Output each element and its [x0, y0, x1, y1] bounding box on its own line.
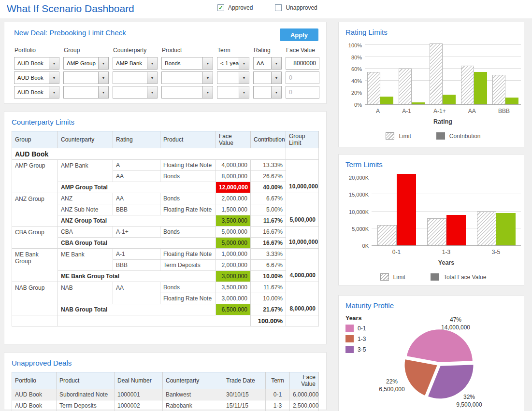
- bar-group: [492, 75, 518, 104]
- legend-label: 0-1: [358, 325, 366, 332]
- solid-swatch-icon: [436, 132, 445, 140]
- bar-group: [399, 69, 425, 104]
- legend-item: Contribution: [436, 132, 481, 140]
- bar-group: [430, 43, 456, 104]
- portfolio-column-label: Portfolio: [14, 46, 59, 55]
- table-row: ANZ Sub Note BBB Floating Rate Note 1,50…: [12, 204, 319, 215]
- portfolio-select[interactable]: AUD Book▼: [14, 86, 59, 99]
- chevron-down-icon: ▼: [147, 72, 157, 84]
- x-axis-title: Rating: [365, 118, 521, 125]
- group-limit: 4,000,000: [286, 249, 319, 282]
- term-select[interactable]: ▼: [217, 86, 249, 99]
- y-axis-tick: 15,000K: [349, 192, 369, 198]
- group-select[interactable]: AMP Group▼: [63, 57, 109, 70]
- legend-item: 1-3: [345, 335, 366, 342]
- x-axis-tick: A-1+: [433, 108, 446, 114]
- pie-swatch-icon: [345, 325, 354, 332]
- group-total-row: ANZ Group Total 3,500,000 11.67%: [12, 215, 319, 227]
- counterparty-select[interactable]: ▼: [113, 71, 158, 84]
- portfolio-row: AUD Book: [12, 148, 319, 160]
- group-limit: 5,000,000: [286, 193, 319, 227]
- chevron-down-icon: ▼: [202, 72, 213, 84]
- legend-item: Limit: [386, 132, 411, 140]
- rating-column-label: Rating: [253, 46, 282, 55]
- chevron-down-icon: ▼: [49, 57, 59, 69]
- apply-button[interactable]: Apply: [280, 28, 318, 41]
- face-value-ok-cell: 3,000,000: [216, 271, 251, 282]
- limit-bar: [430, 43, 443, 104]
- table-header-row: Group Counterparty Rating Product Face V…: [12, 131, 319, 148]
- pie-label-3-5: 32% 9,500,000: [435, 393, 503, 409]
- limit-bar: [492, 75, 505, 104]
- face-value-input[interactable]: [286, 86, 319, 99]
- unapproved-filter[interactable]: Unapproved: [275, 4, 317, 11]
- portfolio-select[interactable]: AUD Book▼: [14, 57, 59, 70]
- contribution-bar: [474, 72, 487, 104]
- legend-label: Contribution: [449, 133, 481, 140]
- maturity-profile-panel: Maturity Profile Years 0-11-33-5 47% 14,…: [338, 295, 524, 411]
- product-select[interactable]: ▼: [161, 86, 213, 99]
- group-name: NAB Group: [12, 282, 58, 315]
- group-total-row: NAB Group Total 6,500,000 21.67%: [12, 304, 319, 315]
- unapproved-checkbox[interactable]: [275, 4, 282, 11]
- chevron-down-icon: ▼: [49, 86, 59, 98]
- y-axis-tick: 0K: [362, 243, 369, 249]
- x-axis-tick: BBB: [498, 108, 510, 114]
- term-column-label: Term: [217, 46, 249, 55]
- top-header: What If Scenario Dashboard ✓ Approved Un…: [0, 0, 532, 18]
- y-axis-tick: 10,000K: [349, 209, 369, 215]
- limit-bar: [377, 225, 397, 245]
- y-axis-tick: 20,000K: [349, 175, 369, 181]
- new-deal-panel: New Deal: Prebooking Limit Check Apply P…: [4, 22, 327, 104]
- approval-filters: ✓ Approved Unapproved: [217, 4, 317, 11]
- chevron-down-icon: ▼: [147, 86, 157, 98]
- rating-select[interactable]: ▼: [253, 71, 282, 84]
- y-axis-tick: 100%: [348, 43, 362, 48]
- approved-filter[interactable]: ✓ Approved: [217, 4, 253, 11]
- group-total-row: CBA Group Total 5,000,000 16.67%: [12, 238, 319, 249]
- legend-label: Limit: [393, 274, 405, 281]
- group-select[interactable]: ▼: [63, 71, 109, 84]
- chart-legend: LimitContribution: [345, 132, 521, 140]
- rating-select[interactable]: ▼: [253, 86, 282, 99]
- term-select[interactable]: ▼: [217, 71, 249, 84]
- chevron-down-icon: ▼: [49, 72, 59, 84]
- grand-total-contribution: 100.00%: [251, 315, 286, 326]
- group-select[interactable]: ▼: [63, 86, 109, 99]
- limit-bar: [367, 72, 380, 104]
- y-axis-tick: 0%: [354, 102, 362, 108]
- face-value-input[interactable]: [286, 57, 319, 70]
- face-value-input[interactable]: [286, 71, 319, 84]
- product-select[interactable]: Bonds▼: [161, 57, 213, 70]
- bar-group: [377, 174, 416, 245]
- unapproved-label: Unapproved: [286, 4, 317, 11]
- chart-plot-area: [365, 42, 521, 105]
- rating-select[interactable]: AA▼: [253, 57, 282, 70]
- contribution-bar: [505, 98, 518, 104]
- total-face-value-bar: [496, 213, 516, 245]
- unapproved-deals-title: Unapproved Deals: [12, 359, 318, 367]
- pie-legend: Years 0-11-33-5: [345, 315, 366, 356]
- group-total-row: AMP Group Total 12,000,000 40.00%: [12, 182, 319, 193]
- chart-legend: LimitTotal Face Value: [345, 273, 521, 281]
- legend-label: Limit: [399, 133, 411, 140]
- legend-item: Limit: [380, 273, 405, 281]
- pie-label-1-3: 22% 6,500,000: [360, 378, 423, 393]
- x-axis-tick: AA: [468, 108, 476, 114]
- portfolio-select[interactable]: AUD Book▼: [14, 71, 59, 84]
- legend-label: 1-3: [358, 336, 366, 342]
- table-row: CBA Group CBA A-1+ Bonds 5,000,000 16.67…: [12, 227, 319, 238]
- counterparty-select[interactable]: ▼: [113, 86, 158, 99]
- limit-bar: [399, 69, 412, 104]
- counterparty-select[interactable]: AMP Bank▼: [113, 57, 158, 70]
- bar-group: [367, 72, 393, 104]
- product-select[interactable]: ▼: [161, 71, 213, 84]
- approved-checkbox[interactable]: ✓: [217, 4, 224, 11]
- chevron-down-icon: ▼: [239, 57, 249, 69]
- chevron-down-icon: ▼: [239, 86, 249, 98]
- term-limits-title: Term Limits: [345, 160, 521, 169]
- solid-swatch-icon: [431, 273, 439, 281]
- chevron-down-icon: ▼: [98, 57, 108, 69]
- term-select[interactable]: < 1 year▼: [217, 57, 249, 70]
- x-axis-tick: A-1: [402, 108, 411, 114]
